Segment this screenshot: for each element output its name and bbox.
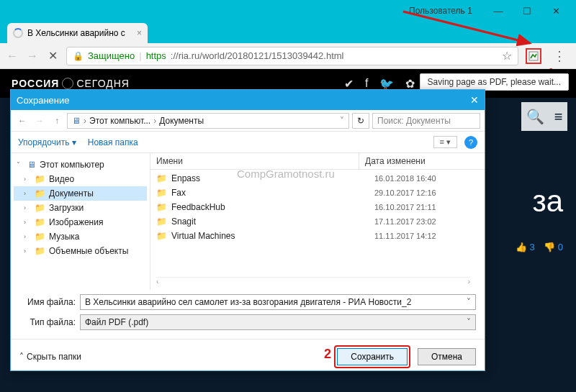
twitter-icon[interactable]: 🐦 — [379, 77, 394, 91]
chevron-right-icon[interactable]: › — [24, 247, 31, 255]
breadcrumb-root[interactable]: Этот компьют... — [89, 116, 150, 126]
logo-text-right: СЕГОДНЯ — [76, 78, 130, 89]
list-item[interactable]: 📁Virtual Machines11.11.2017 14:12 — [150, 229, 485, 243]
maximize-button[interactable]: ☐ — [513, 1, 541, 21]
dialog-titlebar: Сохранение ✕ — [11, 90, 485, 110]
dialog-fields: Имя файла: В Хельсинки аварийно сел само… — [11, 290, 485, 339]
list-item[interactable]: 📁Snagit17.11.2017 23:02 — [150, 214, 485, 229]
omnibox[interactable]: 🔒 Защищено | https://ria.ru/world/201801… — [66, 47, 518, 65]
chevron-down-icon[interactable]: ˅ — [467, 297, 471, 307]
address-bar: ← → ✕ 🔒 Защищено | https://ria.ru/world/… — [0, 43, 576, 69]
folder-tree: ˅ 🖥 Этот компьютер ›📁Видео ›📁Документы ›… — [11, 153, 150, 290]
list-item[interactable]: 📁Fax29.10.2017 12:16 — [150, 186, 485, 200]
file-name: Enpass — [171, 173, 370, 183]
dislike-count: 0 — [558, 242, 563, 252]
minimize-button[interactable]: — — [484, 1, 513, 21]
file-pane: CompGramotnost.ru Имени Дата изменени 📁E… — [150, 153, 485, 290]
file-name: Snagit — [171, 216, 370, 227]
back-button[interactable]: ← — [6, 50, 19, 63]
folder-icon: 📁 — [156, 202, 167, 212]
file-list-header: Имени Дата изменени — [150, 153, 485, 170]
tree-item-downloads[interactable]: ›📁Загрузки — [14, 201, 147, 215]
tree-item-images[interactable]: ›📁Изображения — [14, 215, 147, 229]
user-label: Пользователь 1 — [409, 6, 472, 16]
facebook-icon[interactable]: f — [365, 77, 368, 91]
dialog-close-button[interactable]: ✕ — [470, 94, 479, 106]
tree-item-video[interactable]: ›📁Видео — [14, 172, 147, 186]
pdf-extension-button[interactable] — [526, 48, 541, 64]
site-logo[interactable]: РОССИЯ СЕГОДНЯ — [12, 78, 130, 89]
file-date: 29.10.2017 12:16 — [374, 188, 436, 197]
close-button[interactable]: ✕ — [541, 1, 570, 21]
pdf-icon — [528, 51, 539, 61]
cancel-button[interactable]: Отмена — [418, 348, 476, 365]
chevron-right-icon[interactable]: › — [24, 204, 31, 211]
breadcrumb-current[interactable]: Документы — [159, 116, 204, 126]
tree-item-music[interactable]: ›📁Музыка — [14, 229, 147, 244]
view-mode-button[interactable]: ≡ ▾ — [433, 136, 457, 148]
nav-forward-button[interactable]: → — [32, 116, 47, 126]
organize-menu[interactable]: Упорядочить ▾ — [18, 137, 76, 147]
pc-icon: 🖥 — [27, 160, 36, 170]
like-count: 3 — [530, 242, 535, 252]
ok-icon[interactable]: ✿ — [405, 77, 415, 91]
dialog-body: ˅ 🖥 Этот компьютер ›📁Видео ›📁Документы ›… — [11, 153, 485, 290]
browser-menu-button[interactable]: ⋮ — [549, 48, 570, 64]
nav-up-button[interactable]: ↑ — [50, 116, 64, 126]
like-button[interactable]: 👍 3 — [516, 242, 535, 252]
tree-item-documents[interactable]: ›📁Документы — [14, 186, 147, 201]
forward-button[interactable]: → — [26, 50, 39, 63]
search-placeholder: Поиск: Документы — [377, 116, 451, 126]
url-path: ://ria.ru/world/20180121/1513039442.html — [171, 50, 344, 61]
chevron-right-icon[interactable]: › — [24, 190, 31, 197]
filename-input[interactable]: В Хельсинки аварийно сел самолет из-за в… — [80, 294, 476, 310]
list-item[interactable]: 📁FeedbackHub16.10.2017 21:11 — [150, 200, 485, 214]
bookmark-star-icon[interactable]: ☆ — [502, 49, 512, 63]
folder-icon: 📁 — [156, 188, 167, 198]
chevron-right-icon[interactable]: › — [24, 233, 31, 240]
search-icon[interactable]: 🔍 — [526, 108, 544, 125]
tab-strip: В Хельсинки аварийно с × — [0, 22, 576, 43]
file-name: Virtual Machines — [171, 231, 370, 241]
browser-tab[interactable]: В Хельсинки аварийно с × — [7, 23, 148, 43]
list-item[interactable]: 📁Enpass16.01.2018 16:40 — [150, 171, 485, 186]
chevron-right-icon[interactable]: › — [24, 219, 31, 226]
window-titlebar: Пользователь 1 — ☐ ✕ — [0, 0, 576, 22]
column-date[interactable]: Дата изменени — [359, 153, 485, 169]
tree-item-3d[interactable]: ›📁Объемные объекты — [14, 244, 147, 258]
new-folder-button[interactable]: Новая папка — [88, 137, 138, 147]
folder-icon: 📁 — [156, 173, 167, 183]
reaction-bar: 👍 3 👎 0 — [516, 242, 563, 252]
help-button[interactable]: ? — [464, 136, 477, 149]
filename-label: Имя файла: — [19, 297, 76, 307]
chevron-down-icon[interactable]: ˅ — [340, 116, 344, 126]
tree-root[interactable]: ˅ 🖥 Этот компьютер — [14, 158, 147, 172]
folder-icon: 📁 — [156, 216, 167, 227]
dialog-breadcrumb: ← → ↑ 🖥 › Этот компьют... › Документы ˅ … — [11, 110, 485, 132]
vk-icon[interactable]: ✔ — [344, 77, 354, 91]
tree-root-label: Этот компьютер — [40, 160, 104, 170]
tab-close-icon[interactable]: × — [137, 28, 142, 38]
globe-icon — [62, 78, 73, 89]
refresh-button[interactable]: ↻ — [352, 113, 369, 129]
tree-label: Музыка — [49, 232, 79, 242]
tab-title: В Хельсинки аварийно с — [27, 28, 125, 38]
horizontal-scrollbar[interactable]: ‹› — [156, 277, 470, 287]
chevron-down-icon[interactable]: ˅ — [17, 161, 24, 168]
menu-icon[interactable]: ≡ — [554, 109, 563, 125]
filetype-label: Тип файла: — [19, 317, 76, 327]
column-name[interactable]: Имени — [150, 153, 359, 169]
search-input[interactable]: Поиск: Документы — [372, 113, 480, 129]
pc-icon: 🖥 — [72, 116, 81, 126]
chevron-down-icon[interactable]: ˅ — [467, 317, 471, 327]
nav-back-button[interactable]: ← — [15, 116, 30, 126]
chevron-up-icon: ˄ — [19, 352, 24, 362]
save-button[interactable]: Сохранить — [337, 348, 408, 365]
chevron-right-icon[interactable]: › — [24, 176, 31, 183]
file-date: 17.11.2017 23:02 — [374, 217, 436, 226]
breadcrumb-path[interactable]: 🖥 › Этот компьют... › Документы ˅ — [67, 113, 349, 129]
dislike-button[interactable]: 👎 0 — [544, 242, 563, 252]
hide-folders-toggle[interactable]: ˄ Скрыть папки — [19, 352, 81, 362]
stop-button[interactable]: ✕ — [46, 50, 59, 63]
filetype-dropdown[interactable]: Файл PDF (.pdf) ˅ — [80, 314, 476, 330]
